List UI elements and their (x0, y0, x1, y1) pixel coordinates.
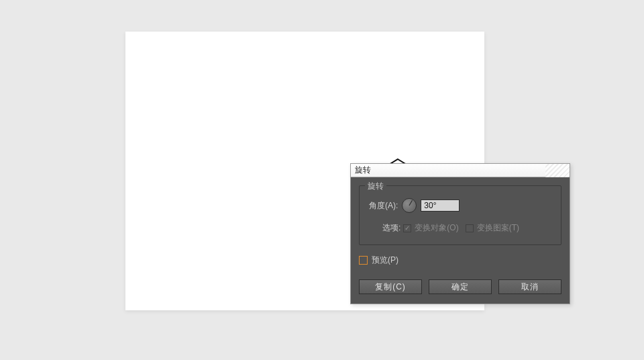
dialog-body: 旋转 角度(A): 选项: ✓ 变换对象(O) 变换图案(T) 预 (351, 177, 570, 304)
ok-button[interactable]: 确定 (429, 279, 492, 294)
checkbox-icon (466, 224, 474, 232)
button-row: 复制(C) 确定 取消 (359, 279, 561, 294)
options-row: 选项: ✓ 变换对象(O) 变换图案(T) (369, 222, 551, 234)
rotate-dialog: 旋转 旋转 角度(A): 选项: ✓ 变换对象(O) 变换图案(T) (350, 163, 570, 304)
transform-object-checkbox[interactable]: ✓ 变换对象(O) (403, 222, 458, 234)
preview-checkbox[interactable]: 预览(P) (359, 255, 561, 266)
dialog-grip-icon (545, 164, 570, 177)
cancel-button[interactable]: 取消 (498, 279, 561, 294)
rotate-fieldset: 旋转 角度(A): 选项: ✓ 变换对象(O) 变换图案(T) (359, 185, 561, 245)
transform-object-label: 变换对象(O) (415, 222, 458, 234)
options-label: 选项: (382, 222, 400, 234)
angle-row: 角度(A): (369, 198, 551, 213)
transform-pattern-checkbox[interactable]: 变换图案(T) (466, 222, 519, 234)
angle-input[interactable] (421, 199, 460, 212)
preview-label: 预览(P) (372, 255, 398, 266)
copy-button[interactable]: 复制(C) (359, 279, 422, 294)
transform-pattern-label: 变换图案(T) (477, 222, 519, 234)
angle-dial-icon[interactable] (402, 198, 417, 213)
checkbox-icon (359, 256, 368, 265)
checkbox-icon: ✓ (403, 224, 411, 232)
dialog-title: 旋转 (355, 165, 371, 176)
angle-label: 角度(A): (369, 200, 398, 212)
fieldset-legend: 旋转 (365, 181, 386, 192)
dialog-titlebar[interactable]: 旋转 (351, 164, 570, 177)
